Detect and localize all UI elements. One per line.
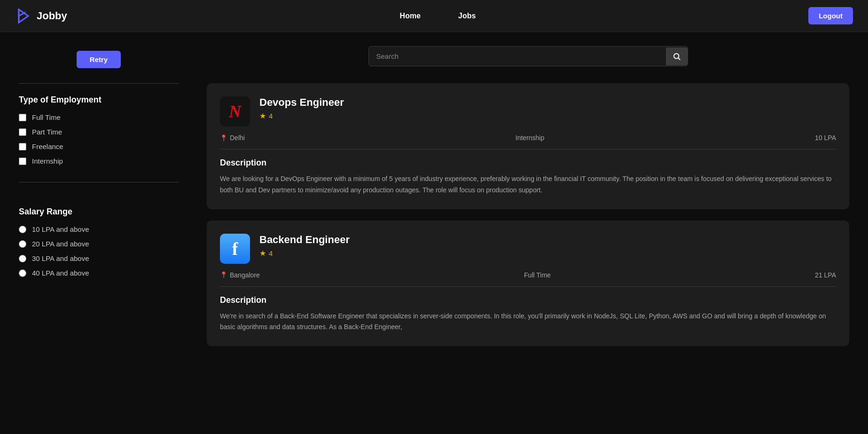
job-divider-2: [220, 286, 836, 287]
employment-filter-title: Type of Employment: [19, 95, 102, 105]
salary-option-20[interactable]: 20 LPA and above: [19, 240, 179, 248]
search-icon: [673, 52, 681, 61]
nav-jobs[interactable]: Jobs: [458, 12, 476, 20]
job-rating-2: ★ 4: [259, 249, 836, 258]
logo-text: Jobby: [37, 10, 67, 22]
sidebar-divider-2: [19, 182, 179, 182]
job-type-2: Full Time: [524, 271, 551, 279]
company-logo-facebook: f: [220, 234, 250, 264]
job-salary-2: 21 LPA: [815, 271, 836, 279]
star-icon-1: ★: [259, 111, 266, 120]
location-icon-1: 📍: [220, 134, 227, 142]
job-title-2: Backend Engineer: [259, 234, 836, 246]
job-card-2: f Backend Engineer ★ 4 📍 Bangalore Full …: [207, 221, 849, 347]
checkbox-parttime[interactable]: [19, 128, 26, 136]
salary-option-30[interactable]: 30 LPA and above: [19, 254, 179, 262]
retry-button[interactable]: Retry: [77, 51, 121, 68]
netflix-n-icon: N: [229, 102, 241, 121]
search-bar-container: [207, 46, 849, 66]
radio-salary-20[interactable]: [19, 240, 26, 248]
salary-filter-title: Salary Range: [19, 207, 179, 217]
label-salary-10: 10 LPA and above: [32, 225, 89, 233]
employment-option-internship[interactable]: Internship: [19, 157, 63, 165]
job-location-1: 📍 Delhi: [220, 134, 245, 142]
checkbox-freelance[interactable]: [19, 143, 26, 150]
logo: Jobby: [15, 8, 67, 24]
description-title-2: Description: [220, 295, 836, 305]
description-title-1: Description: [220, 158, 836, 168]
label-salary-40: 40 LPA and above: [32, 269, 89, 277]
label-parttime: Part Time: [32, 128, 62, 136]
employment-option-parttime[interactable]: Part Time: [19, 128, 63, 136]
radio-salary-30[interactable]: [19, 255, 26, 262]
search-wrapper: [368, 46, 688, 66]
salary-filter-section: Salary Range 10 LPA and above 20 LPA and…: [19, 207, 179, 277]
job-card-1: N Devops Engineer ★ 4 📍 Delhi Internship…: [207, 83, 849, 209]
label-freelance: Freelance: [32, 142, 63, 150]
main-container: Retry Type of Employment Full Time Part …: [0, 32, 868, 434]
job-title-1: Devops Engineer: [259, 96, 836, 109]
company-logo-netflix: N: [220, 96, 250, 126]
label-fulltime: Full Time: [32, 113, 61, 121]
checkbox-internship[interactable]: [19, 158, 26, 165]
job-meta-2: 📍 Bangalore Full Time 21 LPA: [220, 271, 836, 279]
job-header-2: f Backend Engineer ★ 4: [220, 234, 836, 264]
rating-value-1: 4: [269, 112, 273, 120]
star-icon-2: ★: [259, 249, 266, 258]
nav-links: Home Jobs: [400, 12, 476, 20]
job-meta-1: 📍 Delhi Internship 10 LPA: [220, 134, 836, 142]
sidebar-divider-1: [19, 83, 179, 84]
logo-icon: [15, 8, 32, 24]
label-salary-20: 20 LPA and above: [32, 240, 89, 248]
salary-option-40[interactable]: 40 LPA and above: [19, 269, 179, 277]
radio-salary-10[interactable]: [19, 226, 26, 233]
search-button[interactable]: [666, 47, 688, 65]
search-input[interactable]: [369, 47, 666, 66]
job-type-1: Internship: [516, 134, 544, 142]
salary-filter-options: 10 LPA and above 20 LPA and above 30 LPA…: [19, 225, 179, 277]
employment-option-fulltime[interactable]: Full Time: [19, 113, 63, 121]
employment-filter-options: Full Time Part Time Freelance Internship: [19, 113, 63, 165]
rating-value-2: 4: [269, 249, 273, 257]
employment-option-freelance[interactable]: Freelance: [19, 142, 63, 150]
label-salary-30: 30 LPA and above: [32, 254, 89, 262]
job-divider-1: [220, 149, 836, 150]
logout-button[interactable]: Logout: [808, 7, 853, 24]
location-text-1: Delhi: [230, 134, 245, 142]
job-title-section-1: Devops Engineer ★ 4: [259, 96, 836, 120]
job-header-1: N Devops Engineer ★ 4: [220, 96, 836, 126]
sidebar: Retry Type of Employment Full Time Part …: [0, 32, 197, 434]
label-internship: Internship: [32, 157, 63, 165]
job-title-section-2: Backend Engineer ★ 4: [259, 234, 836, 258]
salary-option-10[interactable]: 10 LPA and above: [19, 225, 179, 233]
content-area: N Devops Engineer ★ 4 📍 Delhi Internship…: [197, 32, 868, 434]
checkbox-fulltime[interactable]: [19, 114, 26, 121]
radio-salary-40[interactable]: [19, 269, 26, 277]
nav-home[interactable]: Home: [400, 12, 421, 20]
description-text-1: We are looking for a DevOps Engineer wit…: [220, 174, 836, 196]
description-text-2: We're in search of a Back-End Software E…: [220, 311, 836, 333]
job-location-2: 📍 Bangalore: [220, 271, 260, 279]
job-rating-1: ★ 4: [259, 111, 836, 120]
svg-line-4: [678, 58, 680, 59]
job-salary-1: 10 LPA: [815, 134, 836, 142]
location-text-2: Bangalore: [230, 271, 260, 279]
location-icon-2: 📍: [220, 271, 227, 278]
navbar: Jobby Home Jobs Logout: [0, 0, 868, 32]
facebook-f-icon: f: [232, 238, 238, 259]
